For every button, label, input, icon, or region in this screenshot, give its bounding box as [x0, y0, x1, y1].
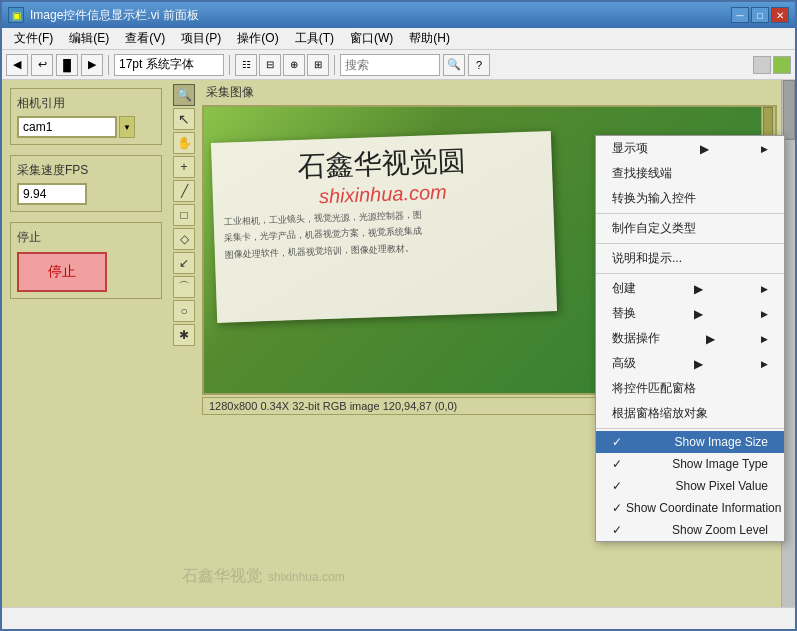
toolbar-undo-btn[interactable]: ↩ — [31, 54, 53, 76]
context-menu: 显示项 ▶ 查找接线端 转换为输入控件 制作自定义类型 说明和提示... — [595, 135, 785, 542]
camera-value[interactable]: cam1 — [17, 116, 117, 138]
camera-group: 相机引用 cam1 ▼ — [10, 88, 162, 145]
menu-operate[interactable]: 操作(O) — [229, 28, 286, 49]
ctx-find-terminal[interactable]: 查找接线端 — [596, 161, 784, 186]
window-title: Image控件信息显示栏.vi 前面板 — [30, 7, 731, 24]
ctx-show-coord-info-label: Show Coordinate Information — [626, 501, 781, 515]
toolbar-reorder-btn[interactable]: ⊞ — [307, 54, 329, 76]
zoom-tool-btn[interactable]: 🔍 — [173, 84, 195, 106]
font-selector[interactable]: 17pt 系统字体 — [114, 54, 224, 76]
line-tool-btn[interactable]: ╱ — [173, 180, 195, 202]
main-scroll-thumb[interactable] — [783, 80, 795, 140]
ctx-data-ops-label: 数据操作 — [612, 330, 660, 347]
menu-project[interactable]: 项目(P) — [173, 28, 229, 49]
ctx-replace[interactable]: 替换 ▶ — [596, 301, 784, 326]
ctx-fit-pane-label: 将控件匹配窗格 — [612, 380, 696, 397]
window-icon-char: ▣ — [12, 10, 21, 21]
ctx-show-pixel-value-label: Show Pixel Value — [676, 479, 769, 493]
ctx-show-coord-info-check: ✓ — [612, 501, 622, 515]
polygon-tool-btn[interactable]: ◇ — [173, 228, 195, 250]
ctx-show-image-type-label: Show Image Type — [672, 457, 768, 471]
search-btn[interactable]: 🔍 — [443, 54, 465, 76]
curve-tool-btn[interactable]: ⌒ — [173, 276, 195, 298]
ctx-data-ops[interactable]: 数据操作 ▶ — [596, 326, 784, 351]
bottom-watermark-area: 石鑫华视觉 shixinhua.com — [182, 566, 345, 587]
toolbar-sep1 — [108, 55, 109, 75]
draw-tool-btn[interactable]: + — [173, 156, 195, 178]
toolbar-run-btn[interactable]: ▶ — [81, 54, 103, 76]
menu-tools[interactable]: 工具(T) — [287, 28, 342, 49]
arrow-tool-btn[interactable]: ↙ — [173, 252, 195, 274]
ctx-replace-arrow: ▶ — [694, 307, 703, 321]
search-input[interactable] — [340, 54, 440, 76]
stop-label: 停止 — [17, 229, 155, 246]
select-tool-btn[interactable]: ↖ — [173, 108, 195, 130]
fps-value: 9.94 — [17, 183, 87, 205]
toolbar-sep3 — [334, 55, 335, 75]
title-buttons: ─ □ ✕ — [731, 7, 789, 23]
ctx-show-image-type-check: ✓ — [612, 457, 622, 471]
toolbar-sep2 — [229, 55, 230, 75]
ctx-show-zoom-level[interactable]: ✓ Show Zoom Level — [596, 519, 784, 541]
ctx-description[interactable]: 说明和提示... — [596, 246, 784, 271]
maximize-button[interactable]: □ — [751, 7, 769, 23]
ctx-show-image-size[interactable]: ✓ Show Image Size — [596, 431, 784, 453]
close-button[interactable]: ✕ — [771, 7, 789, 23]
window-icon: ▣ — [8, 7, 24, 23]
status-bar — [2, 607, 795, 629]
main-area: 相机引用 cam1 ▼ 采集速度FPS 9.94 停止 停止 🔍 ↖ ✋ + ╱… — [2, 80, 795, 607]
ctx-scale-pane-label: 根据窗格缩放对象 — [612, 405, 708, 422]
ctx-create-arrow: ▶ — [694, 282, 703, 296]
rect-tool-btn[interactable]: □ — [173, 204, 195, 226]
left-panel: 相机引用 cam1 ▼ 采集速度FPS 9.94 停止 停止 — [2, 80, 170, 607]
ctx-find-terminal-label: 查找接线端 — [612, 165, 672, 182]
stop-button[interactable]: 停止 — [17, 252, 107, 292]
ctx-create[interactable]: 创建 ▶ — [596, 276, 784, 301]
ctx-show-coord-info[interactable]: ✓ Show Coordinate Information — [596, 497, 784, 519]
menu-help[interactable]: 帮助(H) — [401, 28, 458, 49]
fps-group: 采集速度FPS 9.94 — [10, 155, 162, 212]
minimize-button[interactable]: ─ — [731, 7, 749, 23]
toolbar-back-btn[interactable]: ◀ — [6, 54, 28, 76]
menu-edit[interactable]: 编辑(E) — [61, 28, 117, 49]
toolbar-resize-btn[interactable]: ⊕ — [283, 54, 305, 76]
ctx-advanced-label: 高级 — [612, 355, 636, 372]
menu-bar: 文件(F) 编辑(E) 查看(V) 项目(P) 操作(O) 工具(T) 窗口(W… — [2, 28, 795, 50]
menu-window[interactable]: 窗口(W) — [342, 28, 401, 49]
ctx-make-custom-label: 制作自定义类型 — [612, 220, 696, 237]
ctx-make-custom[interactable]: 制作自定义类型 — [596, 216, 784, 241]
ctx-convert-input[interactable]: 转换为输入控件 — [596, 186, 784, 211]
menu-file[interactable]: 文件(F) — [6, 28, 61, 49]
ctx-create-label: 创建 — [612, 280, 636, 297]
menu-view[interactable]: 查看(V) — [117, 28, 173, 49]
panel-view-btn[interactable] — [753, 56, 771, 74]
ctx-show-zoom-level-check: ✓ — [612, 523, 622, 537]
camera-select-row: cam1 ▼ — [17, 116, 155, 138]
toolbar-pause-btn[interactable]: ▐▌ — [56, 54, 78, 76]
ctx-data-ops-arrow: ▶ — [706, 332, 715, 346]
toolbar-distribute-btn[interactable]: ⊟ — [259, 54, 281, 76]
ctx-show-image-size-check: ✓ — [612, 435, 622, 449]
image-scroll-thumb-v[interactable] — [763, 107, 773, 137]
ctx-replace-label: 替换 — [612, 305, 636, 322]
tool-panel: 🔍 ↖ ✋ + ╱ □ ◇ ↙ ⌒ ○ ✱ — [170, 80, 198, 607]
ctx-show-item[interactable]: 显示项 ▶ — [596, 136, 784, 161]
ctx-show-image-type[interactable]: ✓ Show Image Type — [596, 453, 784, 475]
help-btn[interactable]: ? — [468, 54, 490, 76]
ctx-advanced[interactable]: 高级 ▶ — [596, 351, 784, 376]
camera-dropdown-btn[interactable]: ▼ — [119, 116, 135, 138]
toolbar-align-btn[interactable]: ☷ — [235, 54, 257, 76]
title-bar: ▣ Image控件信息显示栏.vi 前面板 ─ □ ✕ — [2, 2, 795, 28]
watermark-chinese: 石鑫华视觉 — [182, 566, 262, 587]
diagram-view-btn[interactable] — [773, 56, 791, 74]
ctx-show-item-label: 显示项 — [612, 140, 648, 157]
ellipse-tool-btn[interactable]: ○ — [173, 300, 195, 322]
pan-tool-btn[interactable]: ✋ — [173, 132, 195, 154]
other-tool-btn[interactable]: ✱ — [173, 324, 195, 346]
ctx-scale-pane[interactable]: 根据窗格缩放对象 — [596, 401, 784, 426]
ctx-show-zoom-level-label: Show Zoom Level — [672, 523, 768, 537]
ctx-sep2 — [596, 243, 784, 244]
ctx-fit-pane[interactable]: 将控件匹配窗格 — [596, 376, 784, 401]
image-area-label: 采集图像 — [202, 84, 777, 101]
ctx-show-pixel-value[interactable]: ✓ Show Pixel Value — [596, 475, 784, 497]
